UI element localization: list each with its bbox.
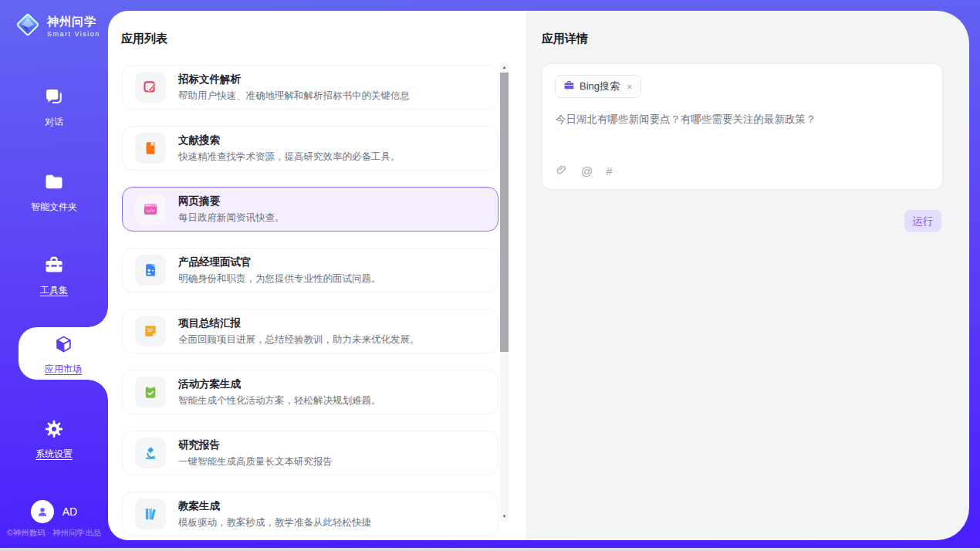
sidebar-item-label: 应用市场 xyxy=(19,363,108,376)
svg-text:</>: </> xyxy=(146,208,155,213)
user-chip[interactable]: AD xyxy=(0,500,108,523)
app-list-item[interactable]: 文献搜索 快速精准查找学术资源，提高研究效率的必备工具。 xyxy=(122,126,498,171)
books-icon xyxy=(135,499,166,529)
app-detail-pane: 应用详情 Bing搜索 × 今日湖北有哪些新闻要点？有哪些需要关注的最新政策？ xyxy=(526,11,969,540)
app-item-description: 明确身份和职责，为您提供专业性的面试问题。 xyxy=(178,272,381,286)
app-list-title: 应用列表 xyxy=(121,32,167,46)
scrollbar-down-icon[interactable]: ▼ xyxy=(500,512,509,520)
paperclip-icon[interactable] xyxy=(556,164,568,179)
sidebar-item-settings[interactable]: 系统设置 xyxy=(0,418,108,461)
app-item-description: 模板驱动，教案秒成，教学准备从此轻松快捷 xyxy=(178,516,371,529)
app-list-item[interactable]: 产品经理面试官 明确身份和职责，为您提供专业性的面试问题。 xyxy=(122,248,498,292)
sidebar-item-label: 智能文件夹 xyxy=(0,201,108,214)
prompt-input[interactable]: 今日湖北有哪些新闻要点？有哪些需要关注的最新政策？ xyxy=(556,112,928,127)
app-item-description: 快速精准查找学术资源，提高研究效率的必备工具。 xyxy=(178,150,400,164)
active-tab-notch-top xyxy=(88,307,108,327)
app-item-title: 教案生成 xyxy=(178,499,371,513)
sidebar-item-toolset[interactable]: 工具集 xyxy=(0,255,108,297)
app-list-pane: 应用列表 招标文件解析 帮助用户快速、准确地理解和解析招标书中的关键信息 文献搜… xyxy=(108,11,526,540)
pen-square-icon xyxy=(135,72,166,103)
scrollbar-up-icon[interactable]: ▲ xyxy=(500,63,509,71)
app-item-title: 产品经理面试官 xyxy=(178,255,381,269)
avatar xyxy=(31,500,54,523)
app-item-description: 一键智能生成高质量长文本研究报告 xyxy=(178,455,333,468)
briefcase-icon xyxy=(563,79,575,94)
active-tab-notch-bottom xyxy=(88,380,108,400)
app-list-item[interactable]: 招标文件解析 帮助用户快速、准确地理解和解析招标书中的关键信息 xyxy=(122,65,498,110)
app-item-title: 项目总结汇报 xyxy=(178,316,420,330)
app-item-description: 帮助用户快速、准确地理解和解析招标书中的关键信息 xyxy=(178,90,410,103)
prompt-toolbar: @ # xyxy=(556,164,613,179)
sidebar-item-chat[interactable]: 对话 xyxy=(0,86,108,129)
app-item-title: 招标文件解析 xyxy=(178,73,410,86)
app-item-title: 研究报告 xyxy=(178,438,333,452)
bottom-edge xyxy=(0,548,980,551)
brand-logo-icon xyxy=(14,11,42,42)
app-list-item[interactable]: 研究报告 一键智能生成高质量长文本研究报告 xyxy=(122,431,498,475)
gear-icon xyxy=(0,418,108,443)
book-icon xyxy=(135,133,166,164)
brand: 神州问学 Smart Vision xyxy=(0,0,108,42)
app-item-title: 网页摘要 xyxy=(178,194,285,208)
folder-icon xyxy=(0,171,108,196)
brand-name: 神州问学 xyxy=(47,15,100,29)
prompt-card: Bing搜索 × 今日湖北有哪些新闻要点？有哪些需要关注的最新政策？ @ # xyxy=(542,63,943,190)
main-content: 应用列表 招标文件解析 帮助用户快速、准确地理解和解析招标书中的关键信息 文献搜… xyxy=(108,11,969,540)
toolbox-icon xyxy=(0,255,108,279)
microscope-icon xyxy=(135,438,166,468)
app-item-description: 每日政府新闻资讯快查。 xyxy=(178,211,285,225)
sidebar-item-app-market[interactable]: 应用市场 xyxy=(19,327,108,380)
sidebar-item-smart-folders[interactable]: 智能文件夹 xyxy=(0,171,108,214)
sidebar-footer: ©神州数码 · 神州问学出品 xyxy=(0,528,108,539)
close-icon[interactable]: × xyxy=(627,81,633,93)
app-item-title: 文献搜索 xyxy=(178,134,400,147)
tool-tag-bing-search[interactable]: Bing搜索 × xyxy=(555,75,641,98)
app-item-title: 活动方案生成 xyxy=(178,377,381,391)
user-name: AD xyxy=(63,505,77,518)
app-list: 招标文件解析 帮助用户快速、准确地理解和解析招标书中的关键信息 文献搜索 快速精… xyxy=(122,65,498,540)
tool-tag-label: Bing搜索 xyxy=(580,79,620,93)
sidebar-item-label: 系统设置 xyxy=(0,448,108,461)
at-icon[interactable]: @ xyxy=(581,165,593,177)
app-detail-title: 应用详情 xyxy=(542,32,588,46)
document-person-icon xyxy=(135,255,166,286)
app-item-description: 全面回顾项目进展，总结经验教训，助力未来优化发展。 xyxy=(178,333,420,346)
chat-icon xyxy=(0,86,108,111)
sidebar-item-label: 对话 xyxy=(0,116,108,129)
run-button[interactable]: 运行 xyxy=(904,210,941,232)
sidebar-item-label: 工具集 xyxy=(0,284,108,297)
cube-icon xyxy=(19,334,108,358)
app-list-item[interactable]: 活动方案生成 智能生成个性化活动方案，轻松解决规划难题。 xyxy=(122,370,498,414)
hash-icon[interactable]: # xyxy=(606,165,612,177)
scrollbar-thumb[interactable] xyxy=(500,73,509,352)
browser-code-icon: </> xyxy=(135,194,166,225)
app-list-item[interactable]: 项目总结汇报 全面回顾项目进展，总结经验教训，助力未来优化发展。 xyxy=(122,309,498,353)
app-list-item[interactable]: 教案生成 模板驱动，教案秒成，教学准备从此轻松快捷 xyxy=(122,492,498,536)
clipboard-check-icon xyxy=(135,377,166,407)
scrollbar[interactable]: ▲ ▼ xyxy=(500,63,509,522)
app-item-description: 智能生成个性化活动方案，轻松解决规划难题。 xyxy=(178,394,381,407)
sidebar: 神州问学 Smart Vision 对话 智能文件夹 xyxy=(0,0,108,548)
brand-subtitle: Smart Vision xyxy=(47,30,100,38)
sticky-note-icon xyxy=(135,316,166,346)
app-list-item[interactable]: </> 网页摘要 每日政府新闻资讯快查。 xyxy=(122,187,498,232)
